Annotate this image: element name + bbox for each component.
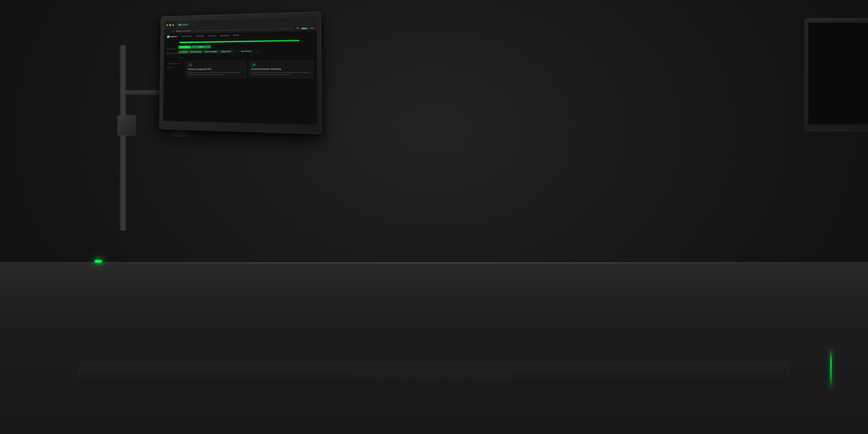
key — [414, 374, 418, 377]
onboarding-icon — [251, 63, 256, 67]
monitor-base — [169, 130, 192, 137]
main-content: WITH DAYTONA WITHOUT DAYTONA START CODIN… — [164, 37, 317, 81]
config-drift-title: Eliminate Configuration Drift — [188, 68, 244, 70]
tab-favicon — [179, 24, 181, 26]
key — [395, 374, 399, 377]
key — [432, 374, 436, 377]
monitor-bezel: Daytona + ← → ↻ 🔒 daytona.io/dotfiles 🔍 … — [159, 11, 322, 134]
nav-why-daytona[interactable]: WHY DAYTONA ▼ — [182, 35, 193, 37]
key-space — [480, 374, 511, 377]
website-content: Daytona WHY DAYTONA ▼ PLATFORM ▼ SOLUTIO… — [163, 31, 317, 125]
main-monitor: Daytona + ← → ↻ 🔒 daytona.io/dotfiles 🔍 … — [159, 11, 322, 134]
chevron-down-icon: ▼ — [216, 35, 217, 36]
chevron-down-icon: ▼ — [229, 35, 230, 36]
key — [385, 374, 390, 377]
onboarding-desc: Daytona enables team members and contrac… — [251, 71, 311, 75]
refresh-button[interactable]: ↻ — [172, 30, 174, 32]
browser-actions: 🔍 Sign In 10K+ — [297, 27, 315, 29]
key — [437, 374, 441, 377]
icon-dot-left-2 — [252, 64, 253, 65]
arm-pole — [120, 45, 126, 230]
url-text: daytona.io/dotfiles — [178, 30, 190, 32]
key — [428, 374, 432, 377]
tab-label: Daytona — [182, 24, 188, 26]
github-stars[interactable]: 10K+ — [309, 27, 315, 29]
signin-button[interactable]: Sign In — [301, 27, 308, 29]
bar-start-coding: START CODING — [178, 45, 191, 49]
config-drift-icon — [188, 63, 192, 67]
bar-local-env: UPDATE LOCAL ENV — [189, 50, 202, 53]
arm-joint — [118, 115, 135, 135]
time-axis-label: TIME (IN M) — [178, 57, 184, 58]
features-section: ← STANDARDIZATION BENEFITS Eliminate Con… — [166, 60, 314, 78]
progress-bar-with-daytona — [179, 40, 299, 43]
key — [357, 374, 361, 377]
standardization-label: ← STANDARDIZATION BENEFITS — [166, 63, 181, 68]
arm-led-accent — [95, 260, 102, 263]
secondary-monitor-bezel — [805, 18, 868, 131]
config-drift-desc: Daytona ensures that development environ… — [188, 71, 244, 75]
browser-dot-minimize[interactable] — [169, 24, 171, 26]
bar-download-libraries: DOWNLOAD LIBRARIES — [203, 50, 219, 53]
chart-container: WITH DAYTONA WITHOUT DAYTONA START CODIN… — [167, 44, 313, 59]
icon-dot-bright-right — [254, 64, 255, 65]
bar-install-tools: INSTALL TOOLS — [219, 50, 232, 53]
onboarding-title: Accelerate Developer Onboarding — [251, 68, 311, 70]
nav-pricing[interactable]: PRICING — [233, 35, 239, 36]
bar-git-checkout: GIT CHECKOUT — [178, 51, 189, 54]
feature-card-onboarding: Accelerate Developer Onboarding Daytona … — [249, 60, 314, 78]
axis-0: 0 — [178, 55, 179, 57]
feature-card-config-drift: Eliminate Configuration Drift Daytona en… — [185, 61, 246, 78]
key-tab — [418, 374, 427, 377]
nav-platform[interactable]: PLATFORM ▼ — [196, 35, 205, 37]
keyboard — [79, 362, 789, 389]
key — [409, 374, 413, 377]
back-button[interactable]: ← — [166, 30, 168, 33]
key — [400, 374, 404, 377]
nav-resources[interactable]: RESOURCES ▼ — [220, 35, 230, 37]
add-tab-button[interactable]: + — [192, 23, 193, 26]
browser-tab[interactable]: Daytona — [177, 23, 190, 26]
desk-surface — [0, 262, 868, 434]
secondary-monitor-screen — [808, 23, 868, 124]
axis-60: 60 — [310, 54, 311, 55]
axis-30: 30 — [251, 55, 252, 56]
key — [470, 374, 474, 377]
key — [456, 374, 460, 377]
key — [451, 374, 455, 377]
key — [461, 374, 465, 377]
forward-button[interactable]: → — [169, 30, 171, 32]
feature-cards: Eliminate Configuration Drift Daytona en… — [185, 60, 313, 78]
key — [381, 374, 385, 377]
without-daytona-label: WITHOUT DAYTONA — [167, 53, 178, 54]
key — [371, 374, 375, 377]
chart-labels: WITH DAYTONA WITHOUT DAYTONA — [167, 46, 178, 54]
axis-40: 40 — [270, 55, 272, 56]
keyboard-keys — [357, 374, 511, 377]
key — [446, 374, 451, 377]
key — [366, 374, 370, 377]
browser-search-button[interactable]: 🔍 — [297, 27, 299, 29]
lock-icon: 🔒 — [176, 30, 178, 32]
chart-row-without-daytona: GIT CHECKOUT UPDATE LOCAL ENV DOWNLOAD L… — [178, 49, 313, 53]
chevron-down-icon: ▼ — [204, 35, 205, 37]
with-daytona-label: WITH DAYTONA — [167, 49, 178, 50]
browser-dot-maximize[interactable] — [172, 24, 174, 26]
icon-dot-right — [190, 65, 191, 66]
key — [475, 374, 479, 377]
key — [465, 374, 469, 377]
key — [442, 374, 446, 377]
monitor-screen: Daytona + ← → ↻ 🔒 daytona.io/dotfiles 🔍 … — [163, 17, 317, 125]
nav-solutions[interactable]: SOLUTIONS ▼ — [208, 35, 217, 37]
axis-10: 10 — [213, 55, 214, 56]
bar-wait-builds: WAIT FOR BUILDS — [233, 50, 260, 53]
key — [376, 374, 380, 377]
browser-dot-close[interactable] — [166, 24, 168, 26]
chevron-down-icon: ▼ — [193, 35, 194, 37]
comparison-section: WITH DAYTONA WITHOUT DAYTONA START CODIN… — [167, 39, 313, 58]
bar-update: UPDATE — [191, 45, 211, 49]
features-sidebar: ← STANDARDIZATION BENEFITS — [166, 61, 186, 78]
axis-1: 1 — [195, 55, 196, 57]
axis-50: 50 — [290, 54, 291, 56]
nav-links: WHY DAYTONA ▼ PLATFORM ▼ SOLUTIONS ▼ R — [182, 35, 239, 37]
